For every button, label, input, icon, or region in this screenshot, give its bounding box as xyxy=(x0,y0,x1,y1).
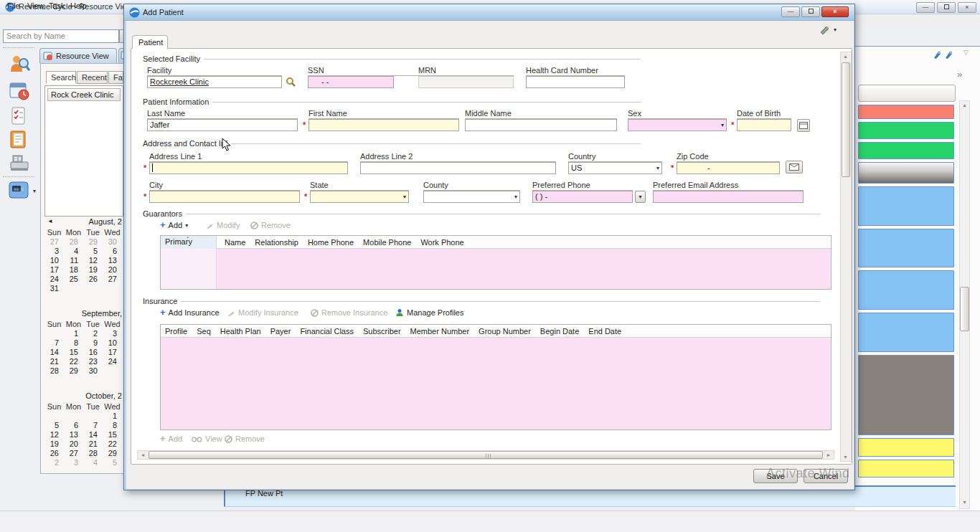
phone-type-spinner[interactable]: ▾ xyxy=(635,191,646,203)
schedule-scrollbar-thumb[interactable] xyxy=(960,287,969,331)
slot-green[interactable] xyxy=(858,122,954,139)
insurance-table-body[interactable] xyxy=(161,338,831,429)
calendar-day[interactable]: 13 xyxy=(103,256,122,265)
address-verify-button[interactable] xyxy=(786,161,803,174)
calendar-day[interactable]: 24 xyxy=(44,275,64,284)
column-header[interactable]: Profile xyxy=(165,327,187,336)
insurance-modify-button[interactable]: Modify Insurance xyxy=(227,308,298,317)
state-select[interactable]: ▾ xyxy=(310,191,409,203)
calendar-day[interactable]: 27 xyxy=(64,449,83,458)
guarantor-add-button[interactable]: +Add▾ xyxy=(160,221,188,229)
slot-blue[interactable] xyxy=(858,313,954,352)
name-search-input[interactable]: Search by Name xyxy=(3,29,119,43)
calendar-day[interactable]: 19 xyxy=(44,440,64,449)
calendar-day[interactable]: 28 xyxy=(64,237,83,247)
calendar-day[interactable]: 29 xyxy=(64,366,83,376)
calendar-day[interactable]: 30 xyxy=(83,366,103,376)
calendar-day[interactable]: 4 xyxy=(83,458,103,467)
calendar-day[interactable]: 16 xyxy=(83,348,103,357)
calendar-day[interactable]: 8 xyxy=(103,421,122,430)
calendar-day[interactable]: 2 xyxy=(83,329,103,338)
insurance-remove-button[interactable]: Remove Insurance xyxy=(311,308,387,317)
main-restore-button[interactable] xyxy=(937,2,956,13)
last-name-input[interactable]: Jaffer xyxy=(147,119,298,131)
scheduling-icon[interactable] xyxy=(9,80,32,102)
calendar-day[interactable]: 4 xyxy=(64,247,83,256)
dialog-scrollbar-thumb[interactable] xyxy=(842,62,850,177)
scroll-down-icon[interactable]: ▼ xyxy=(843,455,848,460)
column-header[interactable]: Health Plan xyxy=(220,327,261,336)
calendar-day[interactable]: 18 xyxy=(64,265,83,275)
clipboard-icon[interactable] xyxy=(9,129,32,151)
column-header[interactable]: Work Phone xyxy=(420,238,463,247)
calendar-day[interactable]: 22 xyxy=(103,440,122,449)
slot-red[interactable] xyxy=(858,105,954,119)
list-item-facility[interactable]: Rock Creek Clinic xyxy=(47,88,121,101)
ssn-input[interactable]: - - xyxy=(308,76,394,88)
calendar-prev-icon[interactable]: ◄ xyxy=(47,218,53,224)
city-input[interactable] xyxy=(149,191,300,203)
slot-blue[interactable] xyxy=(858,229,954,267)
calendar-day[interactable]: 5 xyxy=(83,247,103,256)
calendar-day[interactable]: 28 xyxy=(44,366,64,376)
menu-help[interactable]: Help xyxy=(70,1,87,10)
calendar-day[interactable]: 22 xyxy=(64,357,83,366)
calendar-day[interactable]: 28 xyxy=(83,449,103,458)
slot-green[interactable] xyxy=(858,142,954,159)
pin-icon[interactable] xyxy=(944,50,953,60)
menu-view[interactable]: View xyxy=(27,1,44,10)
calendar-day[interactable]: 27 xyxy=(44,237,64,247)
main-close-button[interactable]: × xyxy=(958,2,976,13)
collapse-chevrons-icon[interactable]: » xyxy=(957,69,962,80)
column-header[interactable]: Home Phone xyxy=(308,238,354,247)
edit-pencil-icon[interactable] xyxy=(819,24,831,34)
calendar-day[interactable]: 14 xyxy=(83,430,103,440)
column-header-primary[interactable]: ▲Primary xyxy=(161,236,217,249)
calendar-day[interactable]: 5 xyxy=(103,458,122,467)
calendar-day[interactable]: 20 xyxy=(103,265,122,275)
guarantors-table-body[interactable] xyxy=(161,249,831,289)
chevron-down-icon[interactable]: ▾ xyxy=(834,27,837,33)
scroll-up-icon[interactable]: ▲ xyxy=(843,54,848,59)
calendar-day[interactable]: 7 xyxy=(44,338,64,348)
calendar-day[interactable]: 14 xyxy=(44,348,64,357)
calendar-day[interactable]: 10 xyxy=(44,256,64,265)
schedule-column-header[interactable] xyxy=(858,85,956,102)
facility-search-button[interactable] xyxy=(286,77,296,87)
column-header[interactable]: Begin Date xyxy=(540,327,579,336)
calendar-day[interactable]: 23 xyxy=(83,357,103,366)
chevron-down-icon[interactable]: ▾ xyxy=(33,188,36,194)
task-list-icon[interactable] xyxy=(9,106,32,128)
middle-name-input[interactable] xyxy=(465,119,617,131)
expander-icon[interactable]: ▽ xyxy=(963,49,969,56)
calendar-day[interactable]: 3 xyxy=(44,247,64,256)
menu-task[interactable]: Task xyxy=(49,1,65,10)
scroll-right-icon[interactable]: ► xyxy=(824,451,834,459)
calendar-day[interactable]: 15 xyxy=(103,430,122,440)
main-minimize-button[interactable]: — xyxy=(916,2,935,13)
slot-blue[interactable] xyxy=(858,270,954,310)
column-header[interactable]: Name xyxy=(225,238,245,247)
manage-profiles-button[interactable]: Manage Profiles xyxy=(395,308,464,317)
footer-view-button[interactable]: View xyxy=(192,434,222,443)
calculator-icon[interactable]: 88:8 xyxy=(9,181,32,202)
footer-add-button[interactable]: +Add xyxy=(160,434,182,443)
slot-blue[interactable] xyxy=(858,186,954,226)
slot-gray-gradient[interactable] xyxy=(858,162,954,184)
column-header[interactable]: Subscriber xyxy=(363,327,401,336)
column-header[interactable]: Financial Class xyxy=(300,327,354,336)
zip-input[interactable]: - xyxy=(677,162,780,174)
calendar-day[interactable]: 3 xyxy=(64,458,83,467)
calendar-day[interactable]: 29 xyxy=(103,449,122,458)
calendar-day[interactable]: 11 xyxy=(64,256,83,265)
county-select[interactable]: ▾ xyxy=(423,191,520,203)
dob-calendar-button[interactable] xyxy=(797,119,810,132)
dialog-vertical-scrollbar[interactable]: ▲ ▼ xyxy=(840,52,852,462)
calendar-day[interactable]: 19 xyxy=(83,265,103,275)
slot-yellow[interactable] xyxy=(858,438,954,457)
preferred-email-input[interactable] xyxy=(653,191,804,203)
calendar-day[interactable]: 5 xyxy=(44,421,64,430)
tab-recent[interactable]: Recent xyxy=(77,71,108,84)
country-select[interactable]: US▾ xyxy=(568,162,662,174)
tab-favorites[interactable]: Fav xyxy=(108,71,123,84)
